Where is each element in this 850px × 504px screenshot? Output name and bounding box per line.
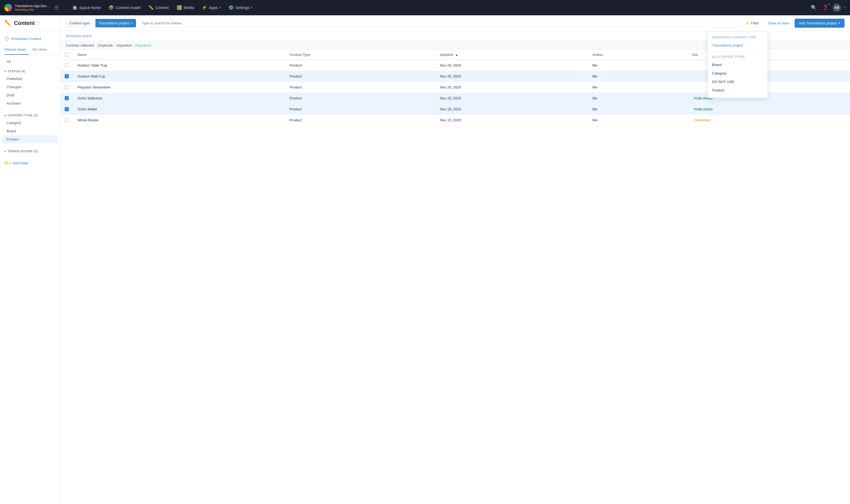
my-views-tab[interactable]: My views [32, 45, 50, 55]
content-icon: ✏️ [148, 5, 154, 10]
suggested-translations-item[interactable]: Translations project [708, 41, 767, 50]
updated-column-header[interactable]: Updated ▲ [435, 50, 588, 60]
suggested-section-title: SUGGESTED CONTENT TYPE [708, 35, 767, 41]
row-checkbox[interactable]: ✓ [65, 96, 69, 100]
select-all-checkbox[interactable] [65, 53, 69, 57]
row-checkbox[interactable] [65, 118, 69, 122]
avatar-arrow-icon: ▾ [844, 6, 846, 9]
sidebar-item-category[interactable]: Category [2, 119, 58, 127]
status-section-label: STATUS (4) [8, 70, 25, 73]
sidebar-item-changed[interactable]: Changed [2, 83, 58, 91]
filter-button[interactable]: ⚡ Filter [742, 19, 763, 28]
content-area: Content type Translations project ▾ ⚡ Fi… [60, 15, 850, 504]
row-checkbox-cell[interactable] [60, 82, 73, 93]
dropdown-item-brand[interactable]: Brand [708, 60, 767, 69]
nav-settings[interactable]: ⚙️ Settings ▾ [225, 3, 256, 12]
nav-media-label: Media [184, 5, 194, 10]
sidebar-help-icon[interactable]: ? [38, 21, 40, 25]
sidebar-all-item[interactable]: All [2, 57, 58, 66]
hamburger-icon[interactable]: ☰ [53, 3, 60, 12]
row-author: Me [588, 82, 688, 93]
row-name[interactable]: Playsam Streamliner [73, 82, 285, 93]
row-checkbox-cell[interactable] [60, 115, 73, 126]
row-name[interactable]: Whisk Beater [73, 115, 285, 126]
row-status: PUBLISHED [688, 104, 850, 115]
nav-media[interactable]: 🖼️ Media [173, 3, 197, 12]
search-input[interactable] [138, 19, 739, 28]
duplicate-action[interactable]: Duplicate [98, 43, 113, 48]
save-as-view-button[interactable]: Save as view [765, 19, 793, 28]
name-column-header[interactable]: Name [73, 50, 285, 60]
row-name[interactable]: SoSo Wallclock [73, 93, 285, 104]
translations-section-header[interactable]: ▾ TRANSLATIONS (2) [0, 148, 60, 155]
dropdown-item-product[interactable]: Product [708, 86, 767, 94]
content-type-column-header[interactable]: Content Type [285, 50, 435, 60]
row-updated: Nov 13, 2020 [435, 115, 588, 126]
add-translations-button[interactable]: Add Translations project ▾ [795, 19, 845, 28]
translations-section: ▾ TRANSLATIONS (2) [0, 148, 60, 155]
table-row: Whisk Beater Product Nov 13, 2020 Me CHA… [60, 115, 850, 126]
dropdown-arrow-icon: ▾ [131, 22, 133, 25]
toolbar: Content type Translations project ▾ ⚡ Fi… [60, 15, 850, 31]
row-checkbox[interactable] [65, 85, 69, 89]
search-nav-icon[interactable]: 🔍 [810, 3, 818, 12]
row-status: CHANGED [688, 115, 850, 126]
app-subtitle: Marketing Site [15, 8, 50, 11]
dropdown-item-do-not-use[interactable]: DO NOT USE [708, 77, 767, 86]
scheduled-content-link[interactable]: 🕐 Scheduled Content [0, 34, 60, 43]
row-updated: Nov 18, 2020 [435, 104, 588, 115]
nav-content-model[interactable]: 📦 Content model [105, 3, 144, 12]
settings-icon: ⚙️ [228, 5, 234, 10]
row-content-type: Product [285, 104, 435, 115]
app-title: Translations-App-Develo... [15, 4, 50, 8]
author-column-header[interactable]: Author [588, 50, 688, 60]
row-checkbox[interactable]: ✓ [65, 74, 69, 78]
sidebar-item-product[interactable]: Product [2, 135, 58, 143]
nav-apps-label: Apps [209, 5, 218, 10]
nav-space-home[interactable]: 🏠 Space home [69, 3, 104, 12]
republish-action[interactable]: Republish [136, 43, 151, 48]
nav-apps[interactable]: ⚡ Apps ▾ [198, 3, 224, 12]
content-type-section-label: CONTENT TYPE (3) [8, 114, 38, 117]
sidebar-item-draft[interactable]: Draft [2, 91, 58, 99]
nav-settings-label: Settings [236, 5, 249, 10]
dropdown-divider [712, 52, 763, 52]
row-checkbox[interactable] [65, 63, 69, 67]
row-name[interactable]: SoSo Wallet [73, 104, 285, 115]
sidebar-item-published[interactable]: Published [2, 75, 58, 83]
nav-content-model-label: Content model [116, 5, 141, 10]
row-name[interactable]: Hudson Wall Cup [73, 71, 285, 82]
clock-icon: 🕐 [4, 36, 9, 41]
bulk-selection-count: 3 entries selected: [66, 43, 95, 48]
dropdown-item-category[interactable]: Category [708, 69, 767, 77]
sidebar: ✏️ Content ? 🕐 Scheduled Content Shared … [0, 15, 60, 504]
status-section-header[interactable]: ▾ STATUS (4) [0, 68, 60, 74]
add-folder-button[interactable]: 📁+ Add folder [0, 159, 60, 167]
help-icon[interactable]: ❓ [821, 3, 829, 12]
select-all-header[interactable] [60, 50, 73, 60]
selected-content-type: Translations project [99, 21, 130, 25]
status-collapse-icon: ▾ [4, 70, 6, 73]
row-name[interactable]: Hudson Table Tray [73, 60, 285, 71]
user-avatar[interactable]: AB [833, 3, 841, 12]
table-area: 58 entries found 3 entries selected: Dup… [60, 31, 850, 504]
content-type-collapse-icon: ▾ [4, 114, 6, 117]
add-button-arrow-icon: ▾ [839, 22, 840, 25]
add-button-label: Add Translations project [799, 21, 837, 25]
row-checkbox-cell[interactable]: ✓ [60, 93, 73, 104]
row-author: Me [588, 60, 688, 71]
nav-content[interactable]: ✏️ Content [145, 3, 172, 12]
row-checkbox-cell[interactable]: ✓ [60, 104, 73, 115]
sidebar-item-brand[interactable]: Brand [2, 127, 58, 135]
row-checkbox-cell[interactable]: ✓ [60, 71, 73, 82]
contentful-logo [4, 4, 12, 12]
sidebar-item-archived[interactable]: Archived [2, 100, 58, 107]
content-type-section-header[interactable]: ▾ CONTENT TYPE (3) [0, 112, 60, 119]
app-logo-section: Translations-App-Develo... Marketing Sit… [4, 3, 65, 12]
nav-right-actions: 🔍 ❓ AB ▾ [810, 3, 846, 12]
unpublish-action[interactable]: Unpublish [116, 43, 132, 48]
row-checkbox[interactable]: ✓ [65, 107, 69, 111]
content-type-dropdown[interactable]: Translations project ▾ [96, 19, 136, 28]
shared-views-tab[interactable]: Shared views [4, 45, 29, 55]
row-checkbox-cell[interactable] [60, 60, 73, 71]
